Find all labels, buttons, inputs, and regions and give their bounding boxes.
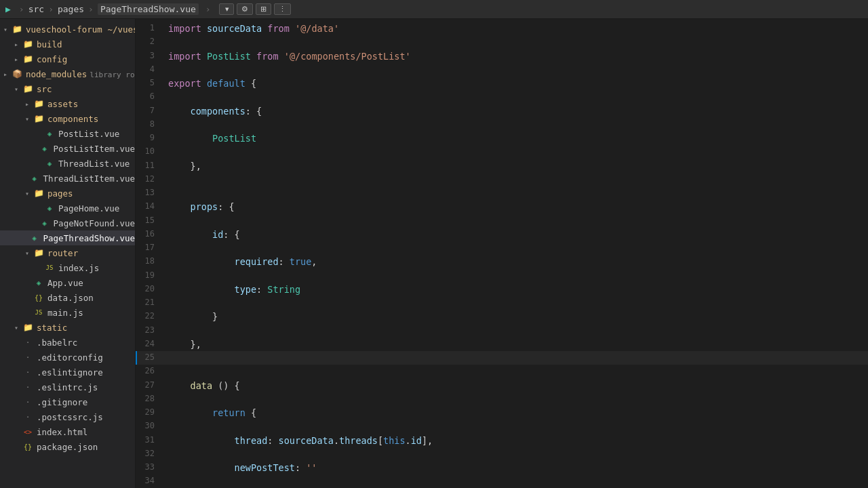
tree-arrow-icon: ▸ (11, 41, 22, 48)
token-prop: thread (235, 435, 268, 446)
settings-button[interactable]: ⚙ (237, 3, 253, 15)
line-number: 10 (136, 145, 163, 157)
sidebar-item-PostList.vue[interactable]: ◈PostList.vue (0, 126, 135, 141)
sidebar-item-main.js[interactable]: JSmain.js (0, 305, 135, 320)
line-content: data () { (163, 379, 868, 392)
file-icon: · (22, 353, 34, 362)
token-kw: default (207, 78, 245, 89)
sidebar-item-build[interactable]: ▸📁build (0, 37, 135, 52)
token-plain (201, 78, 207, 89)
sidebar-item-assets[interactable]: ▸📁assets (0, 96, 135, 111)
line-content: id: { (163, 228, 868, 241)
breadcrumb-src[interactable]: src (28, 4, 44, 14)
file-icon: {} (22, 443, 34, 451)
code-line: 6 (136, 90, 868, 104)
sidebar-item-.eslintignore[interactable]: ·.eslintignore (0, 365, 135, 380)
layout-button[interactable]: ⊞ (256, 3, 271, 15)
sidebar-item-.editorconfig[interactable]: ·.editorconfig (0, 350, 135, 365)
project-button[interactable]: ▾ (219, 3, 234, 15)
token-kw: this (383, 435, 406, 446)
code-line: 4 (136, 63, 868, 77)
tree-item-label: index.js (58, 263, 99, 273)
code-line: 23 (136, 324, 868, 338)
sidebar-item-ThreadList.vue[interactable]: ◈ThreadList.vue (0, 156, 135, 171)
line-content (163, 63, 868, 77)
file-icon: ◈ (39, 144, 51, 153)
token-plain: : (279, 256, 290, 267)
line-number: 31 (136, 434, 163, 446)
code-block: 1import sourceData from '@/data'2 3impor… (136, 19, 868, 488)
token-plain: , (311, 256, 317, 267)
code-line: 14 props: { (136, 200, 868, 214)
line-number: 5 (136, 77, 163, 89)
token-plain (290, 23, 295, 34)
breadcrumb-file[interactable]: PageThreadShow.vue (98, 3, 199, 15)
sidebar-item-PageThreadShow.vue[interactable]: ◈PageThreadShow.vue (0, 230, 135, 245)
line-content: import sourceData from '@/data' (163, 22, 868, 35)
line-content: newPostTest: '' (163, 461, 868, 474)
token-plain: : { (218, 201, 234, 212)
sidebar-item-.postcssrc.js[interactable]: ·.postcssrc.js (0, 409, 135, 424)
tree-item-label: ThreadListItem.vue (43, 174, 135, 184)
token-plain (168, 133, 212, 144)
line-content: PostList (163, 131, 868, 145)
file-icon: ◈ (43, 159, 56, 168)
file-icon: 📁 (11, 24, 23, 34)
sidebar-item-App.vue[interactable]: ◈App.vue (0, 275, 135, 290)
tree-item-label: main.js (47, 308, 83, 318)
line-number: 12 (136, 173, 163, 185)
sidebar-item-vueschool-forum[interactable]: ▾📁vueschool-forum ~/vueschool... (0, 22, 135, 37)
sidebar-item-components[interactable]: ▾📁components (0, 111, 135, 126)
line-content (163, 420, 868, 433)
breadcrumb-pages[interactable]: pages (58, 4, 84, 14)
sidebar-item-.babelrc[interactable]: ·.babelrc (0, 335, 135, 350)
tree-item-label: index.html (37, 427, 87, 437)
token-prop: required (235, 256, 279, 267)
code-line: 9 PostList (136, 131, 868, 145)
line-number: 18 (136, 255, 163, 267)
sidebar-item-.eslintrc.js[interactable]: ·.eslintrc.js (0, 380, 135, 394)
code-line: 33 newPostTest: '' (136, 461, 868, 474)
code-line: 2 (136, 35, 868, 49)
tree-arrow-icon: ▸ (11, 56, 22, 63)
sidebar-item-package.json[interactable]: {}package.json (0, 439, 135, 454)
line-content (163, 474, 868, 488)
sidebar-item-src[interactable]: ▾📁src (0, 81, 135, 96)
sidebar-item-.gitignore[interactable]: ·.gitignore (0, 394, 135, 409)
line-number: 20 (136, 283, 163, 295)
tree-arrow-icon: ▾ (0, 26, 11, 33)
token-plain: : { (223, 229, 239, 240)
sidebar-item-pages[interactable]: ▾📁pages (0, 186, 135, 201)
editor-content[interactable]: 1import sourceData from '@/data'2 3impor… (136, 19, 868, 488)
code-line: 1import sourceData from '@/data' (136, 22, 868, 35)
line-number: 33 (136, 461, 163, 473)
line-content (163, 145, 868, 159)
sidebar-item-PageHome.vue[interactable]: ◈PageHome.vue (0, 201, 135, 216)
code-line: 7 components: { (136, 104, 868, 118)
sidebar-item-PageNotFound.vue[interactable]: ◈PageNotFound.vue (0, 216, 135, 230)
sidebar-item-config[interactable]: ▸📁config (0, 52, 135, 66)
line-content (163, 351, 868, 365)
line-number: 34 (136, 474, 163, 487)
sidebar-item-index.html[interactable]: <>index.html (0, 424, 135, 439)
sidebar-item-index.js-router[interactable]: JSindex.js (0, 260, 135, 275)
line-content: } (163, 310, 868, 323)
more-button[interactable]: ⋮ (274, 3, 291, 15)
sidebar-item-data.json[interactable]: {}data.json (0, 290, 135, 305)
sidebar-item-ThreadListItem.vue[interactable]: ◈ThreadListItem.vue (0, 171, 135, 186)
line-number: 29 (136, 406, 163, 418)
sidebar-item-router[interactable]: ▾📁router (0, 245, 135, 260)
tree-item-label: App.vue (47, 278, 83, 288)
breadcrumb-sep-1: › (19, 4, 24, 14)
tree-item-label: PostListItem.vue (54, 144, 135, 154)
sidebar-item-static[interactable]: ▾📁static (0, 320, 135, 335)
line-content: import PostList from '@/components/PostL… (163, 49, 868, 63)
token-plain: [ (378, 435, 383, 446)
token-plain (201, 51, 207, 62)
line-number: 17 (136, 241, 163, 253)
sidebar-item-node_modules[interactable]: ▸📦node_moduleslibrary root (0, 66, 135, 81)
file-icon: · (22, 383, 34, 392)
top-bar: ▶ › src › pages › PageThreadShow.vue › ▾… (0, 0, 868, 19)
token-plain: : { (245, 106, 262, 117)
sidebar-item-PostListItem.vue[interactable]: ◈PostListItem.vue (0, 141, 135, 156)
